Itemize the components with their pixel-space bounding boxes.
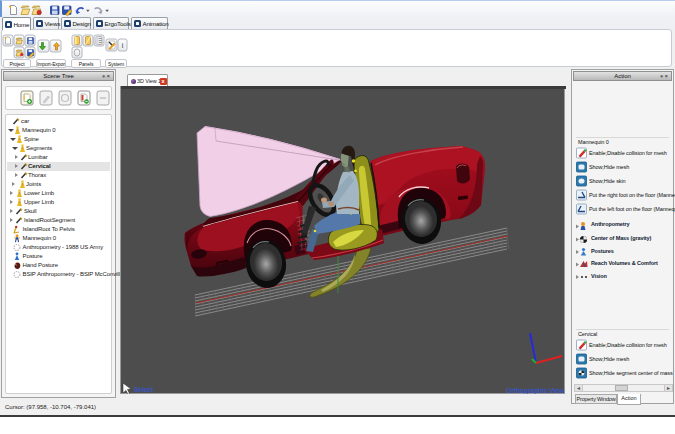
svg-text:Select: Select bbox=[134, 386, 154, 393]
svg-text:Orthographic View: Orthographic View bbox=[506, 387, 565, 394]
